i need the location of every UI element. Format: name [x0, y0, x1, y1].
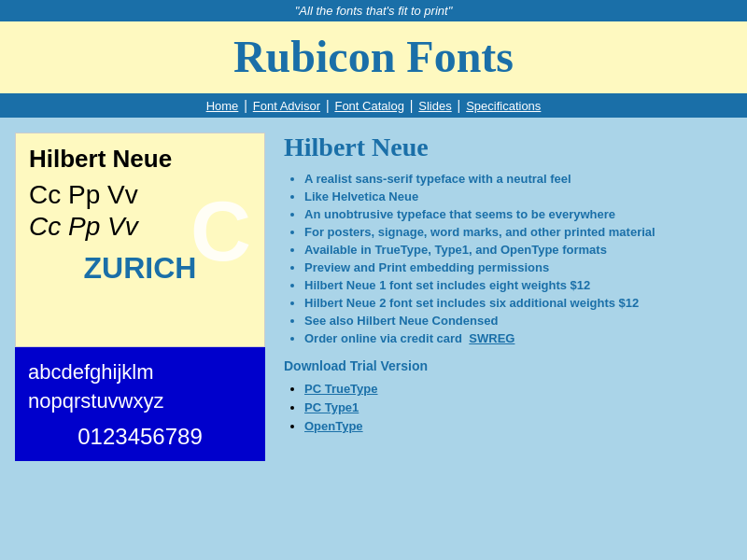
feature-item-6: Preview and Print embedding permissions	[304, 260, 732, 274]
nav-slides[interactable]: Slides	[418, 99, 451, 113]
download-label: Download Trial Version	[284, 358, 732, 373]
font-detail-title: Hilbert Neue	[284, 133, 732, 162]
download-item-1: PC TrueType	[304, 381, 732, 396]
preview-font-name: Hilbert Neue	[29, 145, 251, 174]
preview-bottom: abcdefghijklm nopqrstuvwxyz 0123456789	[15, 347, 265, 461]
feature-item-8: Hilbert Neue 2 font set includes six add…	[304, 296, 732, 310]
download-pc-truetype[interactable]: PC TrueType	[304, 382, 378, 396]
feature-item-2: Like Helvetica Neue	[304, 189, 732, 203]
nav-separator-2: |	[326, 98, 333, 113]
nav-bar: Home | Font Advisor | Font Catalog | Sli…	[0, 93, 747, 118]
nav-font-catalog[interactable]: Font Catalog	[334, 99, 403, 113]
download-item-2: PC Type1	[304, 399, 732, 414]
download-opentype[interactable]: OpenType	[304, 419, 363, 433]
download-list: PC TrueType PC Type1 OpenType	[284, 381, 732, 433]
feature-item-5: Available in TrueType, Type1, and OpenTy…	[304, 243, 732, 257]
nav-separator-4: |	[458, 98, 465, 113]
main-content: Hilbert Neue Cc Pp Vv Cc Pp Vv C ZURICH …	[0, 118, 747, 476]
nav-separator-3: |	[410, 98, 417, 113]
feature-item-4: For posters, signage, word marks, and ot…	[304, 225, 732, 239]
feature-item-3: An unobtrusive typeface that seems to be…	[304, 207, 732, 221]
feature-item-1: A realist sans-serif typeface with a neu…	[304, 172, 732, 186]
site-title: Rubicon Fonts	[0, 31, 747, 82]
nav-home[interactable]: Home	[206, 99, 239, 113]
font-details-panel: Hilbert Neue A realist sans-serif typefa…	[284, 133, 732, 461]
preview-top: Hilbert Neue Cc Pp Vv Cc Pp Vv C ZURICH	[15, 133, 265, 347]
swreg-link[interactable]: SWREG	[469, 331, 514, 345]
header-title-bar: Rubicon Fonts	[0, 21, 747, 93]
download-pc-type1[interactable]: PC Type1	[304, 400, 359, 414]
preview-lowercase: abcdefghijklm nopqrstuvwxyz	[28, 358, 252, 416]
feature-list: A realist sans-serif typeface with a neu…	[284, 172, 732, 345]
feature-item-10: Order online via credit card SWREG	[304, 331, 732, 345]
download-item-3: OpenType	[304, 418, 732, 433]
nav-specifications[interactable]: Specifications	[466, 99, 541, 113]
header-tagline: "All the fonts that's fit to print"	[0, 0, 747, 21]
feature-item-7: Hilbert Neue 1 font set includes eight w…	[304, 278, 732, 292]
nav-font-advisor[interactable]: Font Advisor	[253, 99, 320, 113]
font-preview-panel: Hilbert Neue Cc Pp Vv Cc Pp Vv C ZURICH …	[15, 133, 265, 461]
feature-item-9: See also Hilbert Neue Condensed	[304, 314, 732, 328]
preview-numbers: 0123456789	[28, 424, 252, 450]
nav-separator-1: |	[244, 98, 251, 113]
preview-big-c: C	[190, 189, 251, 273]
